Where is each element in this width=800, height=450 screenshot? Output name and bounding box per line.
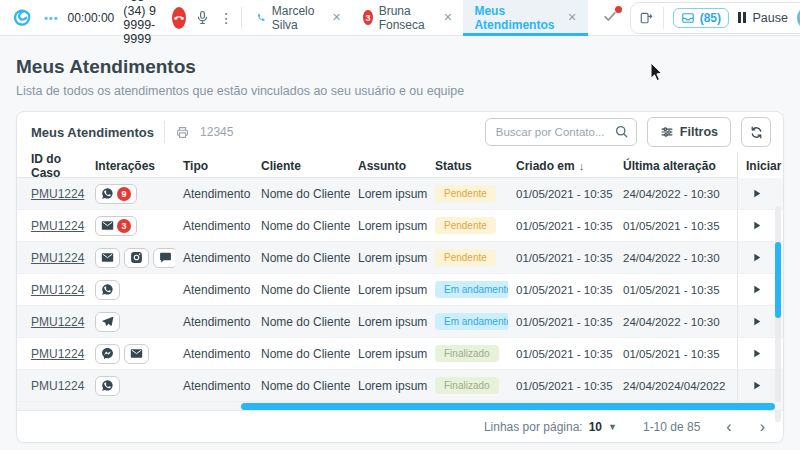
whatsapp-chip[interactable]: [95, 376, 120, 396]
whatsapp-chip[interactable]: 9: [95, 184, 137, 204]
previous-page-button[interactable]: ‹: [726, 419, 731, 435]
status-badge: Finalizado: [435, 345, 499, 362]
inbox-count-button[interactable]: (85): [673, 8, 729, 28]
tab-meus-atendimentos[interactable]: Meus Atendimentos ✕: [463, 0, 587, 36]
horizontal-scrollbar-thumb[interactable]: [241, 403, 775, 410]
col-ultima-alteracao[interactable]: Última alteração: [615, 159, 737, 173]
whatsapp-chip[interactable]: [95, 280, 120, 300]
col-id-do-caso[interactable]: ID do Caso: [17, 152, 87, 180]
email-icon: [101, 219, 114, 232]
divider: [663, 7, 664, 29]
call-icon: [257, 11, 266, 24]
pause-button[interactable]: Pause: [738, 11, 788, 25]
whatsapp-icon: [101, 379, 114, 392]
case-id-link[interactable]: PMU1224: [31, 251, 84, 265]
session-tabs: Marcelo Silva ✕ 3 Bruna Fonseca ✕ Meus A…: [246, 0, 587, 36]
unread-badge: 9: [117, 187, 131, 201]
play-button[interactable]: [750, 379, 763, 392]
status-badge: Pendente: [435, 185, 496, 202]
rows-per-page-value[interactable]: 10: [589, 420, 602, 434]
row-ultima-alteracao: 01/05/2021 - 10:35: [615, 284, 737, 296]
call-menu-button[interactable]: ⋮: [219, 11, 233, 25]
table-row[interactable]: PMU1224 3 Atendimento Nome do Cliente Lo…: [17, 210, 783, 242]
pagination: Linhas por página: 10 ▼ 1-10 de 85 ‹ ›: [17, 410, 783, 442]
tab-bruna-fonseca[interactable]: 3 Bruna Fonseca ✕: [352, 0, 463, 36]
email-chip[interactable]: 3: [95, 216, 137, 236]
refresh-button[interactable]: [741, 117, 771, 147]
col-interacoes[interactable]: Interações: [87, 159, 175, 173]
case-id-link[interactable]: PMU1224: [31, 187, 84, 201]
chat-chip[interactable]: [153, 248, 175, 268]
case-id-link[interactable]: PMU1224: [31, 283, 84, 297]
horizontal-scrollbar[interactable]: [17, 402, 783, 410]
email-chip[interactable]: [124, 344, 149, 364]
printer-icon: [175, 125, 190, 140]
caret-down-icon[interactable]: ▼: [608, 422, 617, 432]
messenger-chip[interactable]: [95, 344, 120, 364]
play-button[interactable]: [750, 347, 763, 360]
row-assunto: Lorem ipsum: [350, 187, 427, 201]
table-body: PMU1224 9 Atendimento Nome do Cliente Lo…: [17, 178, 783, 402]
case-id-link[interactable]: PMU1224: [31, 347, 84, 361]
vertical-scrollbar-thumb[interactable]: [775, 242, 781, 318]
play-button[interactable]: [750, 219, 763, 232]
record-count: 12345: [200, 125, 233, 139]
sort-desc-icon[interactable]: ↓: [579, 160, 585, 172]
table-row[interactable]: PMU1224 Atendimento Nome do Cliente Lore…: [17, 306, 783, 338]
email-icon: [101, 251, 114, 264]
tab-notification-badge: 3: [363, 10, 373, 25]
row-ultima-alteracao: 01/05/2021 - 10:35: [615, 348, 737, 360]
row-criado-em: 01/05/2021 - 10:35: [508, 284, 615, 296]
col-status[interactable]: Status: [427, 159, 508, 173]
instagram-chip[interactable]: [124, 248, 149, 268]
app-logo-icon: [10, 6, 34, 30]
telegram-chip[interactable]: [95, 312, 120, 332]
table-row[interactable]: PMU1224 9 Atendimento Nome do Cliente Lo…: [17, 178, 783, 210]
case-id-link[interactable]: PMU1224: [31, 315, 84, 329]
tab-close-icon[interactable]: ✕: [443, 11, 452, 24]
email-chip[interactable]: [95, 248, 120, 268]
case-id-link[interactable]: PMU1224: [31, 219, 84, 233]
email-icon: [130, 347, 143, 360]
call-more-icon[interactable]: •••: [44, 12, 59, 24]
case-id-link[interactable]: PMU1224: [31, 379, 84, 393]
play-button[interactable]: [750, 315, 763, 328]
filters-button[interactable]: Filtros: [647, 117, 731, 147]
row-ultima-alteracao: 24/04/2022 - 10:30: [615, 252, 737, 264]
next-page-button[interactable]: ›: [760, 419, 765, 435]
col-cliente[interactable]: Cliente: [253, 159, 350, 173]
row-tipo: Atendimento: [175, 347, 253, 361]
play-icon: [750, 379, 763, 392]
tab-marcelo-silva[interactable]: Marcelo Silva ✕: [246, 0, 352, 36]
interactions-cell: [87, 312, 175, 332]
play-button[interactable]: [750, 187, 763, 200]
row-cliente: Nome do Cliente: [253, 251, 350, 265]
row-assunto: Lorem ipsum: [350, 251, 427, 265]
inbox-count: (85): [700, 11, 721, 25]
row-assunto: Lorem ipsum: [350, 379, 427, 393]
hangup-button[interactable]: [172, 7, 186, 29]
tab-close-icon[interactable]: ✕: [567, 11, 576, 24]
table-row[interactable]: PMU1224 Atendimento Nome do Cliente Lore…: [17, 242, 783, 274]
status-badge: Pendente: [435, 217, 496, 234]
vertical-scrollbar[interactable]: [775, 206, 781, 422]
row-assunto: Lorem ipsum: [350, 219, 427, 233]
call-transfer-button[interactable]: [639, 10, 654, 25]
tab-close-icon[interactable]: ✕: [332, 11, 341, 24]
table-body-wrap: PMU1224 9 Atendimento Nome do Cliente Lo…: [17, 178, 783, 402]
row-cliente: Nome do Cliente: [253, 315, 350, 329]
table-row[interactable]: PMU1224 Atendimento Nome do Cliente Lore…: [17, 338, 783, 370]
col-tipo[interactable]: Tipo: [175, 159, 253, 173]
divider: [241, 7, 242, 29]
col-criado-em[interactable]: Criado em↓: [508, 159, 615, 173]
row-tipo: Atendimento: [175, 219, 253, 233]
filters-label: Filtros: [680, 125, 718, 139]
play-icon: [750, 251, 763, 264]
table-row[interactable]: PMU1224 Atendimento Nome do Cliente Lore…: [17, 274, 783, 306]
tasks-check-button[interactable]: [602, 8, 618, 28]
col-assunto[interactable]: Assunto: [350, 159, 427, 173]
microphone-button[interactable]: [195, 10, 210, 25]
table-row[interactable]: PMU1224 Atendimento Nome do Cliente Lore…: [17, 370, 783, 402]
play-button[interactable]: [750, 283, 763, 296]
play-button[interactable]: [750, 251, 763, 264]
